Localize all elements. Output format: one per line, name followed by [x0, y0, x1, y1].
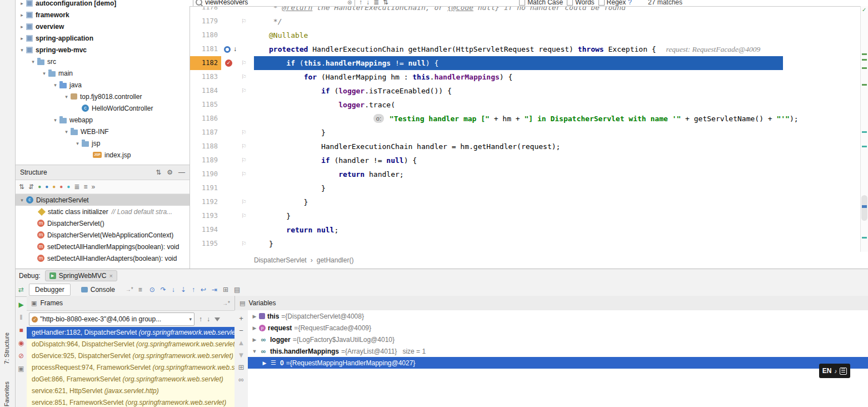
remove-watch-icon[interactable]: −	[239, 327, 243, 334]
editor-line[interactable]: 1186 o: "Testing handler map [" + hm + "…	[190, 112, 868, 126]
run-to-cursor-icon[interactable]: ⇥	[212, 286, 217, 293]
breakpoint-icon[interactable]: ✓	[225, 59, 232, 67]
editor-line[interactable]: 1181↓protected HandlerExecutionChain get…	[190, 42, 868, 56]
variables-list[interactable]: ▶this= {DispatcherServlet@4008}▶prequest…	[248, 310, 868, 407]
jump-to-output-icon[interactable]: →*	[126, 286, 133, 292]
resume-icon[interactable]: ▶	[18, 301, 23, 308]
structure-tool-button[interactable]: 7: Structure	[3, 332, 10, 364]
layout-settings-icon[interactable]: ▤	[234, 286, 240, 293]
structure-tree-item[interactable]: ▾cDispatcherServlet	[16, 194, 189, 206]
match-case-option[interactable]: Match Case	[519, 0, 563, 6]
line-number[interactable]: 1191	[190, 181, 221, 195]
editor-line[interactable]: 1187⚐ }	[190, 126, 868, 140]
debug-session-tab[interactable]: ▶ SpringWebMVC ×	[45, 270, 117, 281]
chevron-down-icon[interactable]: ▼	[250, 349, 259, 354]
expand-icon[interactable]: ≣	[74, 183, 79, 190]
structure-tree-item[interactable]: mDispatcherServlet()	[16, 217, 189, 229]
show-inherited-icon[interactable]: ●	[52, 184, 56, 190]
chevron-down-icon[interactable]: ▾	[51, 82, 59, 88]
sort-visibility-icon[interactable]: ⇵	[28, 183, 34, 190]
editor-line[interactable]: 1194 return null;	[190, 223, 868, 237]
editor-line[interactable]: 1179⚐ */	[190, 14, 868, 28]
hide-panel-icon[interactable]: —	[178, 169, 185, 176]
variable-row[interactable]: ▶prequest= {RequestFacade@4009}	[248, 322, 868, 334]
frame-row[interactable]: service:851, FrameworkServlet (org.sprin…	[27, 397, 235, 407]
next-match-icon[interactable]: ↓	[366, 0, 370, 6]
frame-row[interactable]: doService:925, DispatcherServlet (org.sp…	[27, 350, 235, 362]
evaluate-expression-icon[interactable]: ⊞	[223, 286, 228, 293]
project-tree[interactable]: ▸autoconfiguration [demo]▸framework▸over…	[16, 0, 189, 164]
line-number[interactable]: 1179	[190, 14, 221, 28]
regex-option[interactable]: Regex ?	[598, 0, 632, 6]
words-option[interactable]: Words	[567, 0, 594, 6]
project-tree-item[interactable]: ▾WEB-INF	[16, 126, 189, 137]
project-tree-item[interactable]: ▾jsp	[16, 137, 189, 149]
editor-line[interactable]: 1180@Nullable	[190, 28, 868, 42]
show-anonymous-icon[interactable]: ●	[59, 184, 63, 190]
favorites-tool-button[interactable]: Favorites	[3, 381, 10, 406]
chevron-right-icon[interactable]: ▶	[250, 337, 259, 343]
line-number[interactable]: 1180	[190, 28, 221, 42]
thread-selector[interactable]: ✓ "http-bio-8080-exec-3"@4,006 in group.…	[29, 312, 194, 326]
chevron-right-icon[interactable]: ▶	[260, 360, 269, 366]
line-number[interactable]: 1190	[190, 167, 221, 181]
chevron-right-icon[interactable]: ▶	[250, 325, 259, 331]
hide-frames-filter-icon[interactable]	[214, 317, 220, 321]
error-stripe-mark[interactable]	[862, 67, 867, 69]
search-filter-icon[interactable]: ⇅	[383, 0, 388, 6]
view-breakpoints-icon[interactable]: ◉	[18, 340, 24, 346]
project-tree-item[interactable]: ▾webapp	[16, 114, 189, 126]
project-tree-item[interactable]: JSPindex.jsp	[16, 149, 189, 161]
pause-icon[interactable]: ‖	[20, 314, 23, 321]
force-step-into-icon[interactable]: ⇣	[181, 286, 186, 293]
line-number[interactable]: 1181	[190, 42, 221, 56]
editor-line[interactable]: 1184⚐ if (logger.isTraceEnabled()) {	[190, 84, 868, 98]
structure-tree-item[interactable]: msetDetectAllHandlerAdapters(boolean): v…	[16, 252, 189, 264]
scroll-up-icon[interactable]: ▲	[238, 339, 245, 346]
line-number[interactable]: 1192	[190, 195, 221, 209]
error-stripe-mark[interactable]	[862, 131, 867, 133]
next-frame-icon[interactable]: ↓	[207, 316, 210, 322]
error-stripe-mark[interactable]	[862, 84, 867, 86]
expand-all-icon[interactable]: ⇅	[156, 169, 161, 176]
scro ll-down-icon[interactable]: ▼	[238, 351, 245, 359]
project-tree-item[interactable]: ▸framework	[16, 9, 189, 21]
regex-checkbox[interactable]	[598, 0, 605, 6]
chevron-down-icon[interactable]: ▾	[62, 129, 71, 135]
variable-row[interactable]: ▶☰0= {RequestMappingHandlerMapping@4027}	[248, 357, 868, 369]
error-stripe-mark[interactable]	[862, 59, 867, 61]
chevron-right-icon[interactable]: ▸	[18, 36, 26, 41]
line-number[interactable]: 1193	[190, 209, 221, 223]
editor-line[interactable]: 1191 }	[190, 181, 868, 195]
line-number[interactable]: 1183	[190, 70, 221, 84]
line-number[interactable]: 1189	[190, 153, 221, 167]
stop-icon[interactable]: ■	[19, 327, 23, 334]
chevron-down-icon[interactable]: ▾	[29, 59, 37, 64]
project-tree-item[interactable]: ▾java	[16, 79, 189, 91]
line-number[interactable]: 1185	[190, 98, 221, 112]
pin-icon[interactable]: →*	[222, 300, 230, 306]
step-over-icon[interactable]: ↷	[161, 286, 166, 293]
collapse-icon[interactable]: ≡	[83, 183, 87, 190]
search-query[interactable]: viewResolvers	[205, 0, 248, 6]
project-tree-item[interactable]: ▸spring-application	[16, 32, 189, 44]
prev-frame-icon[interactable]: ↑	[199, 316, 202, 322]
thread-dump-icon[interactable]: ▣	[18, 365, 24, 372]
variable-row[interactable]: ▼∞this.handlerMappings= {ArrayList@4011}…	[248, 345, 868, 357]
breadcrumb-method[interactable]: getHandler()	[317, 256, 354, 264]
regex-help-link[interactable]: ?	[628, 0, 632, 6]
close-icon[interactable]: ×	[109, 272, 113, 279]
chevron-down-icon[interactable]: ▾	[18, 47, 26, 53]
error-stripe-mark[interactable]	[862, 237, 867, 239]
project-tree-item[interactable]: ▾src	[16, 56, 189, 67]
show-lambdas-icon[interactable]: ●	[67, 184, 70, 190]
structure-tree-item[interactable]: msetDetectAllHandlerMappings(boolean): v…	[16, 241, 189, 252]
editor-line[interactable]: 1189⚐ if (handler != null) {	[190, 153, 868, 167]
select-all-matches-icon[interactable]: ≣	[373, 0, 379, 6]
chevron-down-icon[interactable]: ▾	[73, 141, 82, 146]
project-tree-item[interactable]: ▾main	[16, 67, 189, 79]
chevron-right-icon[interactable]: ▶	[250, 314, 259, 319]
show-execution-point-icon[interactable]: ⊙	[149, 286, 155, 293]
prev-match-icon[interactable]: ↑	[359, 0, 362, 6]
frame-row[interactable]: doGet:866, FrameworkServlet (org.springf…	[27, 374, 235, 385]
